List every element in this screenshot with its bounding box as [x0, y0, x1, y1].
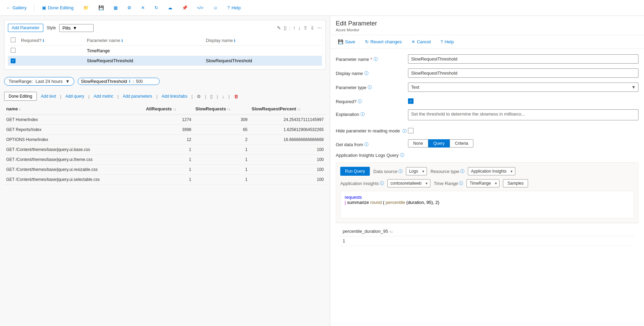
data-source-info[interactable]: ⓘ	[398, 169, 402, 174]
param-name-info[interactable]: ⓘ	[374, 56, 378, 62]
data-row-all-req: 3998	[144, 125, 193, 135]
required-info-icon[interactable]: ℹ	[43, 39, 44, 43]
row2-checkbox-cell: ✓	[8, 56, 18, 66]
display-name-input[interactable]	[408, 68, 638, 78]
param-name-info-icon[interactable]: ℹ	[121, 39, 123, 43]
resource-type-select[interactable]: Application Insights	[468, 167, 515, 175]
col-all-req-sort[interactable]: ↑↓	[173, 107, 176, 111]
slow-req-pill[interactable]: SlowRequestThreshold ℹ :	[78, 78, 160, 85]
explanation-textarea[interactable]: Set the threshold to determine the slown…	[408, 109, 638, 120]
col-name-sort[interactable]: ↕	[19, 107, 21, 111]
done-editing-button-top[interactable]: ▣ Done Editing	[40, 4, 75, 12]
refresh-button[interactable]: ↻	[152, 4, 160, 12]
select-all-checkbox[interactable]	[11, 37, 15, 42]
settings-icon-bar[interactable]: ⚙	[197, 94, 201, 99]
display-name-form-label: Display name	[336, 71, 363, 76]
table-row[interactable]: TimeRange	[8, 46, 322, 56]
app-insights-info[interactable]: ⓘ	[380, 181, 384, 186]
code-button[interactable]: </>	[195, 4, 206, 12]
copy-button[interactable]: ▦	[111, 4, 120, 12]
time-range-pill[interactable]: TimeRange: Last 24 hours ▼	[4, 77, 74, 86]
delete-icon-bar[interactable]: 🗑	[234, 94, 238, 99]
explanation-info[interactable]: ⓘ	[361, 111, 365, 117]
row1-checkbox[interactable]	[11, 48, 15, 53]
explanation-form-label: Explanation	[336, 112, 359, 117]
explanation-row: Explanation ⓘ Set the threshold to deter…	[336, 109, 638, 121]
folder-button[interactable]: 📁	[81, 4, 91, 12]
help-button-top[interactable]: ? Help	[225, 4, 243, 12]
code-editor[interactable]: requests | summarize round ( percentile …	[340, 191, 634, 218]
samples-button[interactable]: Samples	[503, 179, 528, 187]
move-up-icon[interactable]: ↑	[293, 25, 296, 31]
col-slow-pct-sort[interactable]: ↑↓	[297, 107, 301, 111]
col-all-req-header[interactable]: AllRequests ↑↓	[144, 104, 193, 115]
duplicate-icon[interactable]: ▯	[284, 25, 287, 31]
app-insights-select[interactable]: contosoretailweb	[387, 179, 430, 187]
done-editing-button[interactable]: Done Editing	[4, 92, 37, 101]
download-icon-bar[interactable]: ↓	[222, 94, 225, 99]
style-select[interactable]: Pills ▼	[59, 24, 94, 32]
right-panel-header: Edit Parameter Azure Monitor	[330, 16, 644, 35]
time-range-query-select[interactable]: TimeRange	[466, 179, 500, 187]
code-func-percentile: percentile	[386, 200, 405, 205]
row2-checkbox[interactable]: ✓	[11, 58, 15, 63]
save-button-right[interactable]: 💾 Save	[336, 38, 357, 46]
more-icon[interactable]: ⋯	[317, 25, 322, 31]
display-name-info-icon[interactable]: ℹ	[234, 39, 235, 43]
slow-req-info-icon: ℹ	[129, 79, 130, 84]
param-type-select[interactable]: Text Integer DateTime Drop down Multi-va…	[408, 83, 638, 92]
data-source-select[interactable]: Logs	[406, 167, 427, 175]
hide-param-checkbox[interactable]	[408, 128, 414, 133]
query-section-info[interactable]: ⓘ	[400, 152, 404, 158]
slow-req-input[interactable]	[136, 79, 157, 84]
display-name-info[interactable]: ⓘ	[364, 70, 368, 76]
add-query-button[interactable]: Add query	[65, 94, 84, 99]
cloud-button[interactable]: ☁	[166, 4, 174, 12]
time-range-query-info[interactable]: ⓘ	[459, 181, 463, 186]
add-text-button[interactable]: Add text	[41, 94, 56, 99]
add-params-button[interactable]: Add parameters	[123, 94, 152, 99]
add-parameter-button[interactable]: Add Parameter	[8, 24, 43, 32]
param-type-control: Text Integer DateTime Drop down Multi-va…	[408, 83, 638, 92]
get-data-criteria[interactable]: Criteria	[450, 139, 473, 148]
param-type-info[interactable]: ⓘ	[368, 85, 372, 90]
move-bottom-icon[interactable]: ⇩	[310, 25, 314, 31]
add-links-button[interactable]: Add links/tabs	[162, 94, 187, 99]
col-slow-req-header[interactable]: SlowRequests ↑↓	[193, 104, 250, 115]
gallery-button[interactable]: ← Gallery	[4, 4, 29, 12]
run-query-button[interactable]: Run Query	[340, 167, 370, 176]
settings-button[interactable]: ⚙	[125, 4, 133, 12]
table-row[interactable]: ✓ SlowRequestThreshold SlowRequestThresh…	[8, 56, 322, 66]
right-panel-toolbar: 💾 Save ↻ Revert changes ✕ Cancel ? Help	[330, 35, 644, 49]
close-button[interactable]: ✕	[139, 4, 147, 12]
edit-param-icon[interactable]: ✎	[277, 25, 281, 31]
get-data-query[interactable]: Query	[428, 139, 450, 148]
results-sort-icon[interactable]: ↑↓	[389, 230, 393, 233]
results-col-header[interactable]: percentile_duration_95 ↑↓	[340, 227, 634, 236]
hide-param-info[interactable]: ⓘ	[402, 128, 407, 134]
resource-type-info[interactable]: ⓘ	[460, 169, 464, 174]
required-checkbox[interactable]: ✓	[408, 98, 414, 104]
move-down-icon[interactable]: ↓	[298, 25, 301, 31]
table-row: GET Reports/Index 3998 65 1.625812906453…	[4, 125, 326, 135]
get-data-none[interactable]: None	[408, 139, 428, 148]
emoji-button[interactable]: ☺	[211, 4, 219, 12]
add-metric-button[interactable]: Add metric	[94, 94, 113, 99]
cancel-button[interactable]: ✕ Cancel	[409, 38, 433, 46]
explanation-label-container: Explanation ⓘ	[336, 109, 408, 117]
save-button-top[interactable]: 💾	[96, 4, 106, 12]
get-data-info[interactable]: ⓘ	[364, 142, 368, 148]
col-slow-req-sort[interactable]: ↑↓	[227, 107, 230, 111]
pin-button[interactable]: 📌	[180, 4, 190, 12]
copy-icon-bar[interactable]: ▯	[210, 94, 213, 99]
param-name-input[interactable]	[408, 54, 638, 64]
required-info[interactable]: ⓘ	[358, 99, 362, 105]
col-slow-pct-header[interactable]: SlowRequestPercent ↑↓	[250, 104, 326, 115]
get-data-control: None Query Criteria	[408, 139, 638, 148]
col-name-header[interactable]: name ↕	[4, 104, 144, 115]
move-top-icon[interactable]: ⇧	[303, 25, 308, 31]
col-slow-req-label: SlowRequests	[195, 106, 226, 111]
help-button-right[interactable]: ? Help	[438, 38, 456, 46]
revert-button[interactable]: ↻ Revert changes	[363, 38, 404, 46]
main-area: Add Parameter Style Pills ▼ ✎ ▯ | ↑ ↓ ⇧ …	[0, 16, 644, 326]
